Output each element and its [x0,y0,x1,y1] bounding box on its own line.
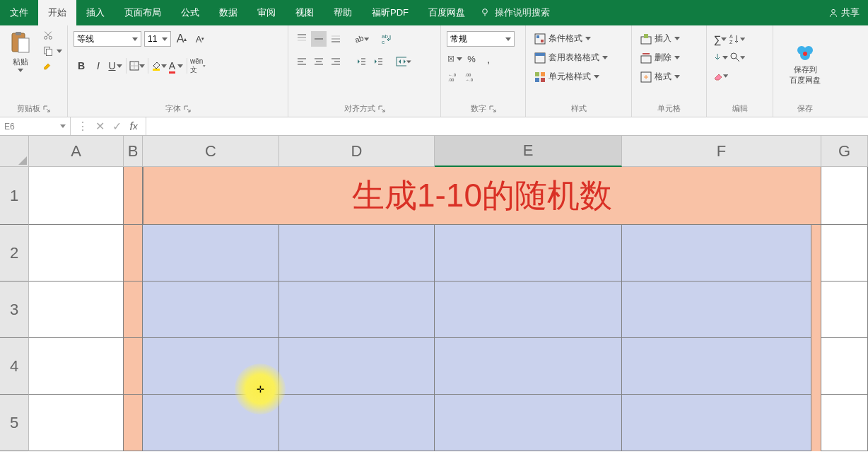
cell-B1[interactable] [124,167,143,225]
orientation-button[interactable]: ab [353,31,369,47]
col-header-F[interactable]: F [622,136,821,167]
cut-button[interactable] [40,28,65,42]
menu-foxit[interactable]: 福昕PDF [362,0,418,25]
col-header-C[interactable]: C [143,136,279,167]
find-select-button[interactable] [729,50,745,65]
menu-review[interactable]: 审阅 [247,0,286,25]
table-format-button[interactable]: 套用表格格式 [532,50,611,65]
cell-G2[interactable] [821,225,868,281]
name-box[interactable]: E6 [0,117,71,135]
col-header-B[interactable]: B [124,136,143,167]
format-cells-button[interactable]: 格式 [638,69,683,84]
cell-style-button[interactable]: 单元格样式 [532,69,602,84]
row-header-2[interactable]: 2 [0,225,29,281]
wrap-text-button[interactable]: abc [379,31,394,47]
accounting-format-button[interactable]: ☒ [447,51,462,66]
menu-data[interactable]: 数据 [209,0,247,25]
menu-pagelayout[interactable]: 页面布局 [115,0,171,25]
align-top-button[interactable] [294,31,310,47]
menu-file[interactable]: 文件 [0,0,38,25]
menu-help[interactable]: 帮助 [324,0,362,25]
indent-increase-button[interactable] [370,54,386,69]
cell-B2[interactable] [124,225,143,281]
cell-E2[interactable] [435,225,622,281]
copy-button[interactable] [40,44,65,58]
col-header-G[interactable]: G [821,136,868,167]
row-header-1[interactable]: 1 [0,167,29,225]
cell-G1[interactable] [821,167,868,225]
comma-button[interactable]: , [481,51,496,66]
cancel-formula-button[interactable]: ✕ [92,120,107,134]
menu-formulas[interactable]: 公式 [171,0,209,25]
align-bottom-button[interactable] [328,31,344,47]
number-format-combo[interactable]: 常规 [447,31,515,47]
borders-button[interactable] [129,58,145,74]
cell-D3[interactable] [279,281,435,338]
cell-C3[interactable] [143,281,279,338]
phonetic-button[interactable]: wěn文 [190,58,206,74]
cell-G4[interactable] [821,338,868,395]
fill-color-button[interactable] [151,58,167,74]
cell-F4[interactable] [622,338,821,395]
cell-E3[interactable] [435,281,622,338]
cell-F3[interactable] [622,281,821,338]
cell-D2[interactable] [279,225,435,281]
fx-button[interactable]: fx [126,120,141,134]
accept-formula-button[interactable]: ✓ [109,120,124,134]
cell-F2[interactable] [622,225,821,281]
align-right-button[interactable] [328,54,344,69]
select-all-button[interactable] [0,136,29,167]
insert-cells-button[interactable]: 插入 [638,31,683,46]
cell-B5[interactable] [124,395,143,451]
menu-baidu[interactable]: 百度网盘 [418,0,475,25]
row-header-5[interactable]: 5 [0,395,29,451]
dialog-launcher-icon[interactable] [489,105,496,112]
save-to-baidu-button[interactable]: 保存到 百度网盘 [785,40,825,88]
increase-font-button[interactable]: A▴ [174,31,189,47]
fill-button[interactable] [712,50,728,65]
align-center-button[interactable] [311,54,327,69]
increase-decimal-button[interactable]: ←.0.00 [447,69,462,85]
row-header-3[interactable]: 3 [0,281,29,338]
col-header-E[interactable]: E [435,136,622,167]
indent-decrease-button[interactable] [353,54,369,69]
menu-home[interactable]: 开始 [38,0,76,25]
sort-filter-button[interactable]: AZ [729,31,745,47]
merge-center-button[interactable] [396,54,411,69]
title-cell[interactable]: 生成1-10的随机数 [143,167,821,225]
cell-D4[interactable] [279,338,435,395]
col-header-A[interactable]: A [29,136,124,167]
formula-input[interactable] [146,117,868,135]
cell-E5[interactable] [435,395,622,451]
font-color-button[interactable]: A [168,58,184,74]
cell-C2[interactable] [143,225,279,281]
cell-E4[interactable] [435,338,622,395]
bold-button[interactable]: B [74,58,89,74]
percent-button[interactable]: % [464,51,479,66]
row-header-4[interactable]: 4 [0,338,29,395]
cell-D5[interactable] [279,395,435,451]
cell-B4[interactable] [124,338,143,395]
cell-G5[interactable] [821,395,868,451]
underline-button[interactable]: U [107,58,123,74]
cell-A3[interactable] [29,281,124,338]
dialog-launcher-icon[interactable] [378,105,385,112]
cell-A1[interactable] [29,167,124,225]
menu-insert[interactable]: 插入 [76,0,115,25]
italic-button[interactable]: I [90,58,106,74]
align-left-button[interactable] [294,54,310,69]
font-name-combo[interactable]: 等线 [74,31,141,47]
cell-F5[interactable] [622,395,821,451]
format-painter-button[interactable] [40,59,65,74]
decrease-font-button[interactable]: A▾ [192,31,208,47]
paste-button[interactable]: 粘贴 [6,28,35,75]
cell-A2[interactable] [29,225,124,281]
menu-view[interactable]: 视图 [286,0,324,25]
cell-A4[interactable] [29,338,124,395]
cell-A5[interactable] [29,395,124,451]
dialog-launcher-icon[interactable] [184,105,191,112]
clear-button[interactable] [712,68,728,83]
autosum-button[interactable]: ∑ [712,31,728,47]
col-header-D[interactable]: D [279,136,435,167]
search-help-input[interactable]: 操作说明搜索 [495,6,550,19]
